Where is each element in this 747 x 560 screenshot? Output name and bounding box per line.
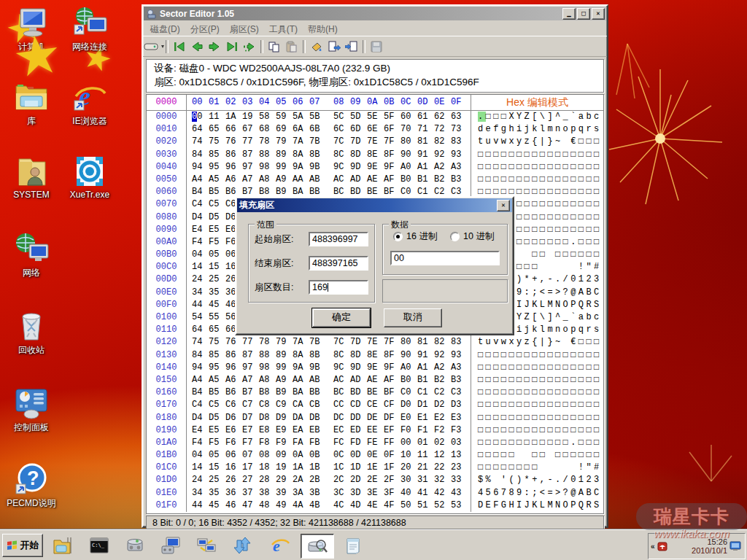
menu-item-2[interactable]: 扇区(S)	[225, 23, 263, 34]
save-button[interactable]	[368, 39, 385, 54]
hex-radio[interactable]: 16 进制	[393, 230, 437, 243]
hex-row-01E0[interactable]: 01E03435363738393A3B3C3D3E3F404142434567…	[147, 487, 603, 499]
ok-button[interactable]: 确定	[312, 308, 371, 327]
network-tray-icon[interactable]	[729, 540, 743, 552]
radio-icon[interactable]	[450, 232, 460, 241]
menu-item-1[interactable]: 分区(P)	[186, 23, 224, 34]
menu-item-4[interactable]: 帮助(H)	[303, 23, 342, 34]
hex-row-0040[interactable]: 00409495969798999A9B9C9D9E9FA0A1A2A3□□□□…	[147, 161, 603, 174]
hex-bytes[interactable]: E4E5E6E7E8E9EAEBECEDEEEFF0F1F2F3	[187, 424, 471, 437]
maximize-button[interactable]: □	[577, 8, 590, 20]
hex-bytes[interactable]: A4A5A6A7A8A9AAABACADAEAFB0B1B2B3	[187, 374, 471, 386]
menu-item-0[interactable]: 磁盘(D)	[146, 23, 185, 34]
fill-sector-button[interactable]	[308, 39, 325, 54]
cancel-button[interactable]: 取消	[384, 308, 442, 327]
nav-goto-button[interactable]	[241, 39, 258, 54]
hex-row-0000[interactable]: 000000111A1958595A5B5C5D5E5F60616263.□□□…	[147, 111, 603, 123]
dialog-close-icon[interactable]: ✕	[497, 200, 510, 211]
hex-row-01C0[interactable]: 01C01415161718191A1B1C1D1E1F20212223□□□□…	[147, 462, 603, 474]
ascii-bytes[interactable]: □□□□□□□□□□□□□□□□	[471, 161, 603, 174]
hex-row-0050[interactable]: 0050A4A5A6A7A8A9AAABACADAEAFB0B1B2B3□□□□…	[147, 174, 603, 186]
hex-bytes[interactable]: 1415161718191A1B1C1D1E1F20212223	[187, 462, 471, 474]
taskbar-disk-imaging-button[interactable]	[119, 534, 151, 557]
menu-item-3[interactable]: 工具(T)	[265, 23, 302, 34]
taskbar-sector-editor-button[interactable]	[301, 534, 334, 559]
paste-button[interactable]	[283, 39, 301, 54]
taskbar-explorer-button[interactable]	[47, 534, 79, 557]
desktop-icon-network-connections[interactable]: 网络连接	[61, 6, 118, 53]
taskbar-notepad-button[interactable]	[337, 534, 369, 557]
desktop-icon-computer[interactable]: 计算机	[3, 6, 60, 53]
ascii-bytes[interactable]: □□□□□□□□□□□□□□□□	[471, 386, 603, 399]
taskbar-internet-explorer-button[interactable]: e	[264, 534, 296, 557]
ascii-bytes[interactable]: tuvwxyz{|}~ €□□□	[471, 136, 603, 148]
desktop-icon-xuetr[interactable]: XueTr.exe	[61, 155, 118, 200]
ascii-bytes[interactable]: tuvwxyz{|}~ €□□□	[471, 336, 603, 349]
hex-row-0010[interactable]: 00106465666768696A6B6C6D6E6F70717273defg…	[147, 123, 603, 136]
hex-bytes[interactable]: 7475767778797A7B7C7D7E7F80818283	[187, 136, 471, 148]
hex-bytes[interactable]: F4F5F6F7F8F9FAFBFCFDFEFF00010203	[187, 437, 471, 449]
dec-radio[interactable]: 10 进制	[450, 230, 494, 243]
ascii-bytes[interactable]: 456789:;<=>?@ABC	[471, 487, 603, 499]
desktop-icon-pecmd-help[interactable]: ?PECMD说明	[3, 462, 60, 510]
hex-bytes[interactable]: 0405060708090A0B0C0D0E0F10111213	[187, 449, 471, 462]
drive-select-button[interactable]	[146, 39, 163, 54]
ascii-bytes[interactable]: $% '()*+,-./0123	[471, 474, 603, 486]
taskbar-updown-transfer-button[interactable]	[226, 534, 258, 557]
ascii-bytes[interactable]: □□□□□ □□ □□□□□□	[471, 449, 603, 462]
antivirus-tray-icon[interactable]	[657, 540, 668, 552]
sector-count-input[interactable]: 169	[309, 280, 368, 295]
hex-bytes[interactable]: C4C5C6C7C8C9CACBCCCDCECFD0D1D2D3	[187, 399, 471, 411]
hex-row-01A0[interactable]: 01A0F4F5F6F7F8F9FAFBFCFDFEFF00010203□□□□…	[147, 437, 603, 449]
start-sector-input[interactable]: 488396997	[309, 232, 368, 246]
hex-bytes[interactable]: 9495969798999A9B9C9D9E9FA0A1A2A3	[187, 161, 471, 174]
hex-row-0180[interactable]: 0180D4D5D6D7D8D9DADBDCDDDEDFE0E1E2E3□□□□…	[147, 412, 603, 424]
tray-clock[interactable]: 15:26 2010/10/1	[692, 537, 727, 555]
ascii-bytes[interactable]: □□□□□□□□□□□□□□□□	[471, 362, 603, 374]
desktop-icon-recycle-bin[interactable]: 回收站	[3, 309, 60, 357]
copy-button[interactable]	[266, 39, 283, 54]
hex-bytes[interactable]: 8485868788898A8B8C8D8E8F90919293	[187, 349, 471, 362]
hex-row-0160[interactable]: 0160B4B5B6B7B8B9BABBBCBDBEBFC0C1C2C3□□□□…	[147, 386, 603, 399]
nav-first-button[interactable]	[171, 39, 188, 54]
desktop-icon-system-folder[interactable]: SYSTEM	[3, 155, 60, 200]
radio-selected-icon[interactable]	[393, 232, 403, 241]
taskbar-network-places-button[interactable]	[190, 534, 222, 557]
hex-bytes[interactable]: 3435363738393A3B3C3D3E3F40414243	[187, 487, 471, 499]
hex-bytes[interactable]: 2425262728292A2B2C2D2E2F30313233	[187, 474, 471, 486]
hex-row-01B0[interactable]: 01B00405060708090A0B0C0D0E0F10111213□□□□…	[147, 449, 603, 462]
taskbar-computer-management-button[interactable]	[155, 534, 187, 557]
ascii-bytes[interactable]: □□□□□□□□ !"#	[471, 462, 603, 474]
hex-bytes[interactable]: A4A5A6A7A8A9AAABACADAEAFB0B1B2B3	[187, 174, 471, 186]
hex-bytes[interactable]: 6465666768696A6B6C6D6E6F70717273	[187, 123, 471, 136]
hex-row-0130[interactable]: 01308485868788898A8B8C8D8E8F90919293□□□□…	[147, 349, 603, 362]
window-titlebar[interactable]: Sector Editor 1.05 ▁ □ ✕	[144, 7, 606, 20]
start-button[interactable]: 开始	[2, 534, 43, 557]
ascii-bytes[interactable]: .□□□XYZ[\]^_`abc	[471, 111, 603, 123]
desktop-icon-ie-browser[interactable]: eIE浏览器	[61, 80, 118, 128]
ascii-bytes[interactable]: □□□□□□□□□□□□□□□□	[471, 349, 603, 362]
nav-forward-button[interactable]	[206, 39, 223, 54]
hex-row-0030[interactable]: 00308485868788898A8B8C8D8E8F90919293□□□□…	[147, 149, 603, 161]
hex-bytes[interactable]: 8485868788898A8B8C8D8E8F90919293	[187, 149, 471, 161]
hex-bytes[interactable]: 7475767778797A7B7C7D7E7F80818283	[187, 336, 471, 349]
hex-bytes[interactable]: B4B5B6B7B8B9BABBBCBDBEBFC0C1C2C3	[187, 386, 471, 399]
nav-last-button[interactable]	[223, 39, 241, 54]
desktop-icon-library-folder[interactable]: 库	[3, 80, 60, 128]
minimize-button[interactable]: ▁	[562, 8, 576, 20]
end-sector-input[interactable]: 488397165	[309, 256, 368, 271]
hex-row-0190[interactable]: 0190E4E5E6E7E8E9EAEBECEDEEEFF0F1F2F3□□□□…	[147, 424, 603, 437]
desktop-icon-network[interactable]: 网络	[3, 232, 60, 279]
close-button[interactable]: ✕	[592, 8, 605, 20]
ascii-bytes[interactable]: defghijklmnopqrs	[471, 123, 603, 136]
hex-row-0120[interactable]: 01207475767778797A7B7C7D7E7F80818283tuvw…	[147, 336, 603, 349]
hex-row-01D0[interactable]: 01D02425262728292A2B2C2D2E2F30313233$% '…	[147, 474, 603, 486]
ascii-bytes[interactable]: □□□□□□□□□□□□.□□□	[471, 437, 603, 449]
ascii-bytes[interactable]: □□□□□□□□□□□□□□□□	[471, 424, 603, 437]
nav-back-button[interactable]	[188, 39, 206, 54]
hex-row-0140[interactable]: 01409495969798999A9B9C9D9E9FA0A1A2A3□□□□…	[147, 362, 603, 374]
ascii-bytes[interactable]: □□□□□□□□□□□□□□□□	[471, 149, 603, 161]
ascii-bytes[interactable]: □□□□□□□□□□□□□□□□	[471, 174, 603, 186]
taskbar-cmd-button[interactable]: C:\_	[83, 534, 115, 557]
export-button[interactable]	[325, 39, 343, 54]
